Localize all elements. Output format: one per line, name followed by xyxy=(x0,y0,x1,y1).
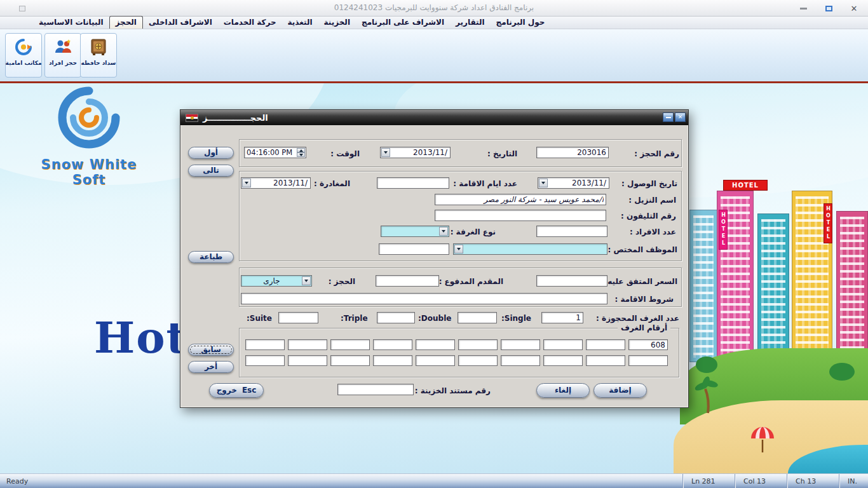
spin-down-icon[interactable] xyxy=(297,152,305,157)
bush xyxy=(829,363,855,381)
room-number-input[interactable] xyxy=(543,339,583,350)
exit-button[interactable]: خروج Esc xyxy=(209,383,264,398)
menu-item-internal-supervision[interactable]: الاشراف الداخلى xyxy=(143,17,218,29)
previous-record-button[interactable]: سابق xyxy=(188,344,234,356)
menu-item-basic-data[interactable]: البيانات الاساسية xyxy=(33,17,109,29)
toolbar-button-individual-booking[interactable]: حجز افراد xyxy=(44,33,81,78)
room-number-input[interactable] xyxy=(628,339,668,350)
room-number-input[interactable] xyxy=(458,355,498,366)
room-number-input[interactable] xyxy=(288,355,327,366)
menu-item-about[interactable]: حول البرنامج xyxy=(491,17,551,29)
dropdown-arrow-icon[interactable] xyxy=(242,179,251,187)
room-number-input[interactable] xyxy=(373,339,412,350)
room-number-input[interactable] xyxy=(330,355,370,366)
room-number-input[interactable] xyxy=(501,355,540,366)
dialog-minimize-icon xyxy=(666,117,671,118)
room-type-combo[interactable] xyxy=(381,226,449,237)
employee-combo[interactable] xyxy=(453,243,607,255)
menu-item-catering[interactable]: التغذية xyxy=(282,17,318,29)
toolbar: مكاتب امامية حجز افراد سداد حافظه xyxy=(0,29,868,81)
room-numbers-group xyxy=(239,328,679,377)
room-number-input[interactable] xyxy=(416,355,455,366)
suite-count-input[interactable] xyxy=(278,312,318,323)
dropdown-arrow-icon[interactable] xyxy=(381,148,390,157)
double-count-input[interactable] xyxy=(458,312,497,323)
double-label: :Double xyxy=(418,313,454,323)
close-button[interactable]: ✕ xyxy=(849,3,859,13)
dialog-titlebar[interactable]: الحجـــــــــــــــز xyxy=(180,110,688,125)
dropdown-arrow-icon[interactable] xyxy=(302,276,311,285)
room-number-input[interactable] xyxy=(245,339,285,350)
beach-umbrella-icon xyxy=(750,424,775,454)
room-number-input[interactable] xyxy=(245,355,285,366)
booking-date-combo[interactable]: 2013/11/ xyxy=(380,147,451,158)
minimize-button[interactable] xyxy=(798,3,808,13)
stay-terms-input[interactable] xyxy=(241,293,607,304)
hotel-vertical-sign: HOTEL xyxy=(824,203,832,243)
spin-up-icon[interactable] xyxy=(297,148,305,152)
dropdown-arrow-icon[interactable] xyxy=(439,227,448,236)
room-number-input[interactable] xyxy=(416,339,455,350)
window-titlebar[interactable]: برنامج الفنادق اعداد شركة سنووايت للبرمج… xyxy=(0,0,868,17)
exit-label: خروج xyxy=(217,384,237,397)
booking-number-input[interactable] xyxy=(536,147,609,158)
toolbar-button-safe-payment[interactable]: سداد حافظه xyxy=(80,33,117,78)
dialog-minimize-button[interactable] xyxy=(663,112,674,122)
room-number-input[interactable] xyxy=(501,339,540,350)
arrival-date-combo[interactable]: 2013/11/ xyxy=(538,177,609,189)
print-button[interactable]: طباعة xyxy=(188,251,234,263)
maximize-button[interactable] xyxy=(824,3,834,13)
next-record-button[interactable]: تالى xyxy=(188,165,234,177)
room-number-input[interactable] xyxy=(330,339,370,350)
dropdown-arrow-icon[interactable] xyxy=(539,179,548,187)
employee-label: الموظف المختص : xyxy=(607,245,677,255)
triple-count-input[interactable] xyxy=(377,312,415,323)
agreed-price-input[interactable] xyxy=(536,275,607,287)
stay-terms-label: شروط الاقامة : xyxy=(610,294,674,304)
room-number-input[interactable] xyxy=(628,355,668,366)
booking-time-input[interactable]: 04:16:00 PM xyxy=(244,147,306,158)
booking-status-combo[interactable]: جارى xyxy=(241,275,312,287)
room-number-input[interactable] xyxy=(288,339,327,350)
status-bar: Ready Ln 281 Col 13 Ch 13 IN. xyxy=(0,473,868,488)
room-number-input[interactable] xyxy=(543,355,583,366)
paid-advance-input[interactable] xyxy=(376,275,439,287)
departure-date-combo[interactable]: 2013/11/ xyxy=(241,177,311,189)
menu-item-booking[interactable]: الحجز xyxy=(109,16,143,29)
phone-input[interactable] xyxy=(435,210,606,221)
window-title: برنامج الفنادق اعداد شركة سنووايت للبرمج… xyxy=(334,3,534,12)
add-button[interactable]: إضافة xyxy=(593,383,647,398)
booking-time-label: الوقت : xyxy=(322,149,360,159)
bush xyxy=(696,356,717,373)
menu-item-reports[interactable]: التقارير xyxy=(450,17,491,29)
hotel-vertical-sign: HOTEL xyxy=(719,210,728,250)
menu-item-services-movement[interactable]: حركة الخدمات xyxy=(218,17,282,29)
building-windows xyxy=(840,217,864,359)
booking-status-label: الحجز : xyxy=(327,276,355,287)
people-icon xyxy=(53,37,72,57)
logo-text: Snow White Soft xyxy=(25,157,153,187)
last-record-button[interactable]: أخر xyxy=(188,361,234,373)
room-number-input[interactable] xyxy=(458,339,498,350)
treasury-doc-input[interactable] xyxy=(337,384,414,395)
toolbar-button-front-offices[interactable]: مكاتب امامية xyxy=(5,33,42,78)
persons-count-input[interactable] xyxy=(536,226,607,237)
stay-days-input[interactable] xyxy=(377,177,449,189)
departure-date-value: 2013/11/ xyxy=(253,179,308,187)
first-record-button[interactable]: أول xyxy=(188,147,234,159)
dropdown-arrow-icon[interactable] xyxy=(454,245,463,254)
booking-time-value: 04:16:00 PM xyxy=(247,148,292,157)
room-number-input[interactable] xyxy=(373,355,412,366)
room-number-input[interactable] xyxy=(586,355,625,366)
room-number-input[interactable] xyxy=(586,339,625,350)
menu-item-treasury[interactable]: الخزينة xyxy=(318,17,356,29)
cancel-button[interactable]: إلغاء xyxy=(536,383,590,398)
employee-code-input[interactable] xyxy=(379,243,449,255)
front-offices-icon xyxy=(14,37,33,57)
single-count-input[interactable] xyxy=(541,312,583,323)
room-numbers-group-label: أرقام الغرف xyxy=(618,323,670,332)
dialog-close-button[interactable]: ✕ xyxy=(675,112,686,122)
room-type-label: نوع الغرفة : xyxy=(452,227,496,237)
guest-name-input[interactable] xyxy=(435,194,606,205)
menu-item-program-supervision[interactable]: الاشراف على البرنامج xyxy=(356,17,450,29)
